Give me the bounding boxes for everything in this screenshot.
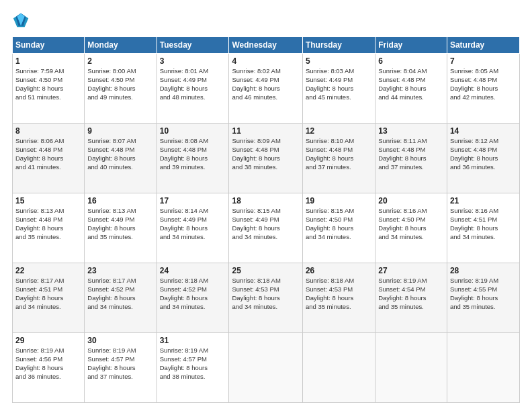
day-info: Sunrise: 8:13 AM Sunset: 4:48 PM Dayligh… (15, 207, 81, 241)
day-number: 1 (15, 56, 81, 66)
calendar-table: SundayMondayTuesdayWednesdayThursdayFrid… (12, 36, 520, 403)
day-number: 30 (87, 335, 153, 346)
day-info: Sunrise: 8:19 AM Sunset: 4:54 PM Dayligh… (378, 277, 444, 311)
calendar-header-saturday: Saturday (447, 37, 519, 54)
day-info: Sunrise: 8:06 AM Sunset: 4:48 PM Dayligh… (15, 137, 81, 171)
day-info: Sunrise: 8:10 AM Sunset: 4:48 PM Dayligh… (306, 137, 372, 171)
calendar-cell: 2Sunrise: 8:00 AM Sunset: 4:50 PM Daylig… (85, 54, 157, 124)
calendar-cell: 25Sunrise: 8:18 AM Sunset: 4:53 PM Dayli… (229, 263, 302, 333)
calendar-cell (447, 333, 519, 403)
day-number: 5 (306, 56, 372, 66)
calendar-cell: 5Sunrise: 8:03 AM Sunset: 4:49 PM Daylig… (302, 54, 375, 124)
day-number: 27 (378, 265, 444, 276)
day-number: 9 (87, 126, 153, 136)
day-number: 26 (306, 265, 372, 276)
day-number: 6 (378, 56, 444, 66)
calendar-header-sunday: Sunday (13, 37, 85, 54)
day-number: 13 (378, 126, 444, 136)
day-info: Sunrise: 8:04 AM Sunset: 4:48 PM Dayligh… (378, 67, 444, 101)
day-info: Sunrise: 8:13 AM Sunset: 4:49 PM Dayligh… (87, 207, 153, 241)
day-number: 10 (160, 126, 226, 136)
calendar-cell: 26Sunrise: 8:18 AM Sunset: 4:53 PM Dayli… (302, 263, 375, 333)
day-number: 23 (87, 265, 153, 276)
day-number: 25 (232, 265, 299, 276)
day-info: Sunrise: 8:15 AM Sunset: 4:49 PM Dayligh… (232, 207, 299, 241)
day-info: Sunrise: 8:18 AM Sunset: 4:53 PM Dayligh… (306, 277, 372, 311)
calendar-cell: 3Sunrise: 8:01 AM Sunset: 4:49 PM Daylig… (157, 54, 229, 124)
day-info: Sunrise: 8:18 AM Sunset: 4:53 PM Dayligh… (232, 277, 299, 311)
calendar-cell: 28Sunrise: 8:19 AM Sunset: 4:55 PM Dayli… (447, 263, 519, 333)
logo-icon (12, 11, 31, 30)
day-number: 12 (306, 126, 372, 136)
day-number: 28 (450, 265, 517, 276)
calendar-cell: 7Sunrise: 8:05 AM Sunset: 4:48 PM Daylig… (447, 54, 519, 124)
calendar-cell: 17Sunrise: 8:14 AM Sunset: 4:49 PM Dayli… (157, 193, 229, 263)
calendar-cell: 24Sunrise: 8:18 AM Sunset: 4:52 PM Dayli… (157, 263, 229, 333)
calendar-cell: 15Sunrise: 8:13 AM Sunset: 4:48 PM Dayli… (13, 193, 85, 263)
calendar-header-wednesday: Wednesday (229, 37, 302, 54)
day-number: 24 (160, 265, 226, 276)
day-info: Sunrise: 7:59 AM Sunset: 4:50 PM Dayligh… (15, 67, 81, 101)
day-number: 11 (232, 126, 299, 136)
calendar-cell: 8Sunrise: 8:06 AM Sunset: 4:48 PM Daylig… (13, 124, 85, 193)
day-number: 3 (160, 56, 226, 66)
calendar-header-monday: Monday (85, 37, 157, 54)
calendar-week-row: 22Sunrise: 8:17 AM Sunset: 4:51 PM Dayli… (13, 263, 520, 333)
calendar-cell: 31Sunrise: 8:19 AM Sunset: 4:57 PM Dayli… (157, 333, 229, 403)
calendar-header-row: SundayMondayTuesdayWednesdayThursdayFrid… (13, 37, 520, 54)
day-info: Sunrise: 8:19 AM Sunset: 4:55 PM Dayligh… (450, 277, 517, 311)
day-info: Sunrise: 8:19 AM Sunset: 4:57 PM Dayligh… (87, 347, 153, 381)
day-number: 14 (450, 126, 517, 136)
day-number: 29 (15, 335, 81, 346)
day-info: Sunrise: 8:09 AM Sunset: 4:48 PM Dayligh… (232, 137, 299, 171)
day-number: 21 (450, 195, 517, 206)
calendar-header-friday: Friday (375, 37, 447, 54)
calendar-cell: 23Sunrise: 8:17 AM Sunset: 4:52 PM Dayli… (85, 263, 157, 333)
calendar-cell: 16Sunrise: 8:13 AM Sunset: 4:49 PM Dayli… (85, 193, 157, 263)
calendar-cell: 11Sunrise: 8:09 AM Sunset: 4:48 PM Dayli… (229, 124, 302, 193)
calendar-cell: 21Sunrise: 8:16 AM Sunset: 4:51 PM Dayli… (447, 193, 519, 263)
day-info: Sunrise: 8:05 AM Sunset: 4:48 PM Dayligh… (450, 67, 517, 101)
day-info: Sunrise: 8:12 AM Sunset: 4:48 PM Dayligh… (450, 137, 517, 171)
calendar-cell: 9Sunrise: 8:07 AM Sunset: 4:48 PM Daylig… (85, 124, 157, 193)
calendar-cell: 4Sunrise: 8:02 AM Sunset: 4:49 PM Daylig… (229, 54, 302, 124)
day-info: Sunrise: 8:18 AM Sunset: 4:52 PM Dayligh… (160, 277, 226, 311)
calendar-week-row: 15Sunrise: 8:13 AM Sunset: 4:48 PM Dayli… (13, 193, 520, 263)
day-number: 20 (378, 195, 444, 206)
day-info: Sunrise: 8:03 AM Sunset: 4:49 PM Dayligh… (306, 67, 372, 101)
calendar-cell: 18Sunrise: 8:15 AM Sunset: 4:49 PM Dayli… (229, 193, 302, 263)
day-info: Sunrise: 8:08 AM Sunset: 4:48 PM Dayligh… (160, 137, 226, 171)
day-number: 4 (232, 56, 299, 66)
calendar-header-thursday: Thursday (302, 37, 375, 54)
calendar-cell: 13Sunrise: 8:11 AM Sunset: 4:48 PM Dayli… (375, 124, 447, 193)
day-info: Sunrise: 8:19 AM Sunset: 4:56 PM Dayligh… (15, 347, 81, 381)
logo (12, 11, 34, 30)
calendar-cell: 1Sunrise: 7:59 AM Sunset: 4:50 PM Daylig… (13, 54, 85, 124)
day-number: 22 (15, 265, 81, 276)
day-number: 19 (306, 195, 372, 206)
day-number: 8 (15, 126, 81, 136)
page: SundayMondayTuesdayWednesdayThursdayFrid… (0, 0, 532, 411)
calendar-cell: 14Sunrise: 8:12 AM Sunset: 4:48 PM Dayli… (447, 124, 519, 193)
day-number: 18 (232, 195, 299, 206)
calendar-week-row: 1Sunrise: 7:59 AM Sunset: 4:50 PM Daylig… (13, 54, 520, 124)
day-info: Sunrise: 8:00 AM Sunset: 4:50 PM Dayligh… (87, 67, 153, 101)
day-number: 31 (160, 335, 226, 346)
day-number: 15 (15, 195, 81, 206)
header (12, 11, 520, 30)
day-info: Sunrise: 8:01 AM Sunset: 4:49 PM Dayligh… (160, 67, 226, 101)
day-info: Sunrise: 8:07 AM Sunset: 4:48 PM Dayligh… (87, 137, 153, 171)
day-number: 16 (87, 195, 153, 206)
calendar-cell: 19Sunrise: 8:15 AM Sunset: 4:50 PM Dayli… (302, 193, 375, 263)
calendar-cell: 22Sunrise: 8:17 AM Sunset: 4:51 PM Dayli… (13, 263, 85, 333)
calendar-cell (229, 333, 302, 403)
day-number: 7 (450, 56, 517, 66)
calendar-cell: 10Sunrise: 8:08 AM Sunset: 4:48 PM Dayli… (157, 124, 229, 193)
calendar-cell: 20Sunrise: 8:16 AM Sunset: 4:50 PM Dayli… (375, 193, 447, 263)
day-info: Sunrise: 8:17 AM Sunset: 4:52 PM Dayligh… (87, 277, 153, 311)
day-info: Sunrise: 8:16 AM Sunset: 4:50 PM Dayligh… (378, 207, 444, 241)
day-number: 17 (160, 195, 226, 206)
calendar-cell (375, 333, 447, 403)
day-info: Sunrise: 8:16 AM Sunset: 4:51 PM Dayligh… (450, 207, 517, 241)
day-info: Sunrise: 8:19 AM Sunset: 4:57 PM Dayligh… (160, 347, 226, 381)
